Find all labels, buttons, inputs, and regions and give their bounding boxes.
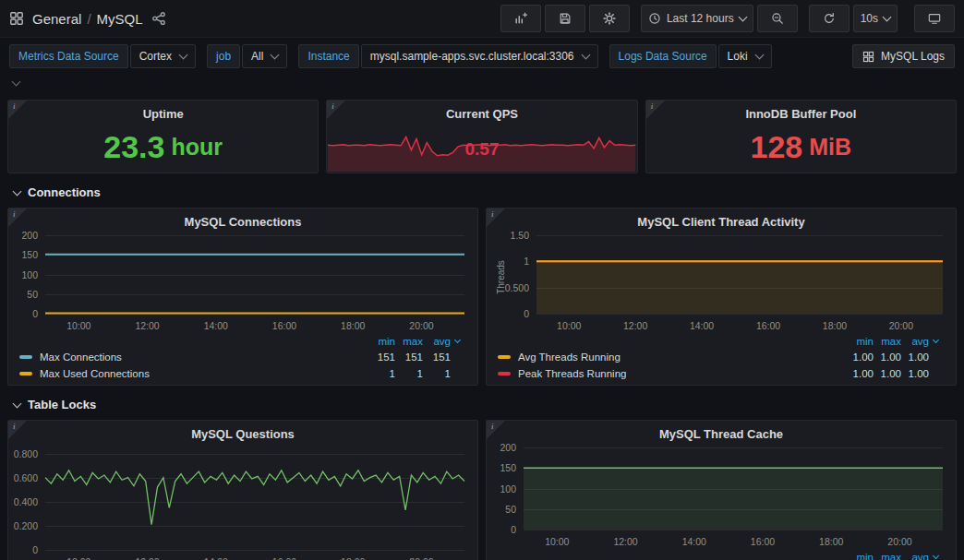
panel-info-corner[interactable] <box>646 101 665 119</box>
info-icon: i <box>331 101 334 111</box>
sort-caret-icon <box>454 337 461 343</box>
legend-sort-min[interactable]: min <box>846 552 874 560</box>
legend-item[interactable]: Max Used Connections 1 1 1 <box>19 365 466 382</box>
var-metrics-dropdown[interactable]: Cortex <box>130 44 196 68</box>
kiosk-mode-button[interactable] <box>914 5 955 32</box>
legend-sort-min[interactable]: min <box>846 336 874 347</box>
info-icon: i <box>13 101 16 111</box>
panel-title[interactable]: InnoDB Buffer Pool <box>646 101 956 121</box>
x-axis-labels: 10:0012:0014:0016:0018:0020:00 <box>45 554 464 560</box>
legend-header: min max avg <box>498 333 945 349</box>
add-panel-button[interactable] <box>500 5 541 32</box>
plot-area[interactable] <box>45 235 464 314</box>
legend-item[interactable]: Max Connections 151 151 151 <box>19 349 466 365</box>
plot-area[interactable] <box>524 447 943 530</box>
refresh-icon <box>823 12 836 25</box>
share-icon[interactable] <box>151 11 166 26</box>
thread-activity-chart: Threads 00.50011.50 10:0012:0014:0016:00… <box>492 231 946 330</box>
row-collapse-toggle[interactable] <box>0 74 964 92</box>
legend-sort-min[interactable]: min <box>368 336 395 347</box>
section-table-locks[interactable]: Table Locks <box>7 386 957 420</box>
legend: min max avg Avg Threads Running 1.00 1.0… <box>498 333 945 382</box>
var-metrics-label: Metrics Data Source <box>9 44 128 68</box>
save-icon <box>559 12 572 25</box>
legend-item[interactable]: Avg Threads Running 1.00 1.00 1.00 <box>498 349 945 365</box>
navbar: General / MySQL <box>0 0 964 38</box>
section-title: Table Locks <box>28 398 96 411</box>
zoom-out-button[interactable] <box>757 5 798 32</box>
panel-title[interactable]: MySQL Questions <box>8 421 477 441</box>
monitor-icon <box>928 12 941 25</box>
info-icon: i <box>13 209 16 219</box>
legend-sort-max[interactable]: max <box>874 336 901 347</box>
refresh-interval-label: 10s <box>861 12 878 25</box>
legend-sort-avg[interactable]: avg <box>901 336 929 347</box>
panel-info-corner[interactable] <box>8 209 27 227</box>
breadcrumb-folder[interactable]: General <box>32 11 81 27</box>
panel-mysql-client-thread-activity: i MySQL Client Thread Activity Threads 0… <box>486 208 957 386</box>
panel-uptime: i Uptime 23.3 hour <box>7 100 319 173</box>
x-axis-labels: 10:0012:0014:0016:0018:0020:00 <box>45 317 464 330</box>
panel-title[interactable]: Uptime <box>8 101 318 121</box>
breadcrumb-separator: / <box>87 11 90 27</box>
chevron-down-icon <box>13 399 22 408</box>
chevron-down-icon <box>883 13 892 22</box>
uptime-value: 23.3 hour <box>8 121 318 173</box>
panel-title[interactable]: Current QPS <box>327 101 636 121</box>
refresh-button[interactable] <box>809 5 850 32</box>
plot-area[interactable] <box>536 235 943 314</box>
series-color-swatch <box>498 372 511 375</box>
panel-mysql-questions: i MySQL Questions 00.2000.4000.6000.800 … <box>7 420 478 560</box>
mysql-logs-button[interactable]: MySQL Logs <box>852 44 955 68</box>
var-job-dropdown[interactable]: All <box>242 44 287 68</box>
panel-mysql-thread-cache: i MySQL Thread Cache 050100150200 10:001… <box>486 420 957 560</box>
panel-title[interactable]: MySQL Connections <box>8 209 477 229</box>
plot-area[interactable] <box>45 447 464 550</box>
panel-innodb-buffer-pool: i InnoDB Buffer Pool 128 MiB <box>645 100 957 173</box>
time-range-picker[interactable]: Last 12 hours <box>641 5 753 32</box>
mysql-thread-cache-chart: 050100150200 10:0012:0014:0016:0018:0020… <box>492 443 946 546</box>
sort-caret-icon <box>933 553 939 559</box>
panel-info-corner[interactable] <box>487 209 505 227</box>
legend-sort-avg[interactable]: avg <box>901 552 929 560</box>
dashboard-grid: i Uptime 23.3 hour i Current QPS 0.57 i <box>0 100 964 560</box>
breadcrumb-dashboard[interactable]: MySQL <box>97 11 143 27</box>
panel-current-qps: i Current QPS 0.57 <box>326 100 637 173</box>
dashboard-settings-button[interactable] <box>589 5 630 32</box>
time-range-label: Last 12 hours <box>667 12 734 25</box>
stat-number: 0.57 <box>327 139 636 160</box>
navbar-right: Last 12 hours 10s <box>500 5 955 32</box>
legend-sort-max[interactable]: max <box>874 552 901 560</box>
series-name[interactable]: Avg Threads Running <box>518 351 846 363</box>
var-instance-dropdown[interactable]: mysql.sample-apps.svc.cluster.local:3306 <box>361 44 598 68</box>
panel-info-corner[interactable] <box>327 101 345 119</box>
refresh-interval-picker[interactable]: 10s <box>853 5 898 32</box>
apps-grid-icon <box>862 51 874 63</box>
apps-grid-icon[interactable] <box>9 11 24 26</box>
grafana-dashboard: General / MySQL <box>0 0 964 560</box>
chevron-down-icon <box>738 13 747 22</box>
panel-info-corner[interactable] <box>8 421 27 439</box>
var-logs-label: Logs Data Source <box>609 44 717 68</box>
add-panel-icon <box>514 12 527 25</box>
table-locks-row: i MySQL Questions 00.2000.4000.6000.800 … <box>7 420 957 560</box>
var-logs-dropdown[interactable]: Loki <box>718 44 772 68</box>
sort-caret-icon <box>933 337 939 343</box>
panel-info-corner[interactable] <box>487 421 505 439</box>
legend-sort-max[interactable]: max <box>395 336 423 347</box>
series-name[interactable]: Peak Threads Running <box>518 368 846 379</box>
series-name[interactable]: Max Connections <box>40 351 368 363</box>
stat-unit: MiB <box>809 136 851 159</box>
legend-item[interactable]: Peak Threads Running 1.00 1.00 1.00 <box>498 365 945 382</box>
var-job: job All <box>207 44 287 68</box>
x-axis-labels: 10:0012:0014:0016:0018:0020:00 <box>536 317 943 330</box>
series-name[interactable]: Max Used Connections <box>40 368 368 379</box>
clock-icon <box>648 12 661 25</box>
panel-title[interactable]: MySQL Thread Cache <box>487 421 956 441</box>
save-dashboard-button[interactable] <box>545 5 585 32</box>
stat-number: 23.3 <box>103 131 164 162</box>
legend-sort-avg[interactable]: avg <box>423 336 451 347</box>
section-connections[interactable]: Connections <box>7 173 957 208</box>
panel-title[interactable]: MySQL Client Thread Activity <box>487 209 956 229</box>
panel-info-corner[interactable] <box>8 101 27 119</box>
